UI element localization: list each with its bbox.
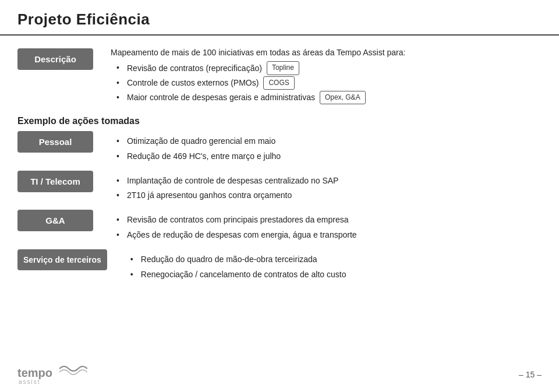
ti-telecom-bullet-1: Implantação de controle de despesas cent… <box>116 174 542 188</box>
description-content: Mapeamento de mais de 100 iniciativas em… <box>111 46 542 105</box>
pessoal-label: Pessoal <box>17 131 93 153</box>
ga-bullet-1: Revisão de contratos com principais pres… <box>116 213 542 227</box>
svg-text:assist: assist <box>19 379 41 385</box>
description-bullet-1: Revisão de contratos (reprecificação) To… <box>116 61 542 75</box>
row-ti-telecom: TI / Telecom Implantação de controle de … <box>17 171 542 204</box>
description-intro: Mapeamento de mais de 100 iniciativas em… <box>111 46 542 59</box>
footer: tempo assist – 15 – <box>0 363 559 386</box>
topline-badge: Topline <box>267 61 299 75</box>
servico-terceiros-content: Redução do quadro de mão-de-obra terceir… <box>125 249 542 283</box>
page: Projeto Eficiência Descrição Mapeamento … <box>0 0 559 392</box>
section-header: Exemplo de ações tomadas <box>17 116 542 126</box>
page-title: Projeto Eficiência <box>17 10 542 29</box>
row-pessoal: Pessoal Otimização de quadro gerencial e… <box>17 131 542 165</box>
cogs-badge: COGS <box>263 76 294 90</box>
pessoal-bullet-1: Otimização de quadro gerencial em maio <box>116 135 542 149</box>
ga-label: G&A <box>17 210 93 231</box>
description-bullet-3: Maior controle de despesas gerais e admi… <box>116 91 542 104</box>
ti-telecom-label: TI / Telecom <box>17 171 93 192</box>
svg-text:tempo: tempo <box>17 366 52 379</box>
servico-terceiros-label: Serviço de terceiros <box>17 249 107 270</box>
row-ga: G&A Revisão de contratos com principais … <box>17 210 542 243</box>
logo-container: tempo assist <box>17 363 87 386</box>
servico-terceiros-bullet-2: Renegociação / cancelamento de contratos… <box>130 268 542 282</box>
description-bullets: Revisão de contratos (reprecificação) To… <box>111 61 542 104</box>
ti-telecom-bullet-2: 2T10 já apresentou ganhos contra orçamen… <box>116 189 542 203</box>
page-number: – 15 – <box>519 370 542 379</box>
ti-telecom-content: Implantação de controle de despesas cent… <box>111 171 542 204</box>
main-content: Descrição Mapeamento de mais de 100 inic… <box>0 36 559 288</box>
description-bullet-2: Controle de custos externos (PMOs) COGS <box>116 76 542 90</box>
row-servico-terceiros: Serviço de terceiros Redução do quadro d… <box>17 249 542 283</box>
logo-svg: tempo assist <box>17 363 87 386</box>
opex-badge: Opex, G&A <box>320 91 366 104</box>
servico-terceiros-bullet-1: Redução do quadro de mão-de-obra terceir… <box>130 253 542 267</box>
pessoal-bullet-2: Redução de 469 HC's, entre março e julho <box>116 150 542 164</box>
pessoal-content: Otimização de quadro gerencial em maio R… <box>111 131 542 165</box>
header: Projeto Eficiência <box>0 0 559 36</box>
ga-bullet-2: Ações de redução de despesas com energia… <box>116 228 542 242</box>
rows-section: Pessoal Otimização de quadro gerencial e… <box>17 131 542 282</box>
description-label: Descrição <box>17 48 93 70</box>
ga-content: Revisão de contratos com principais pres… <box>111 210 542 243</box>
description-section: Descrição Mapeamento de mais de 100 inic… <box>17 46 542 105</box>
